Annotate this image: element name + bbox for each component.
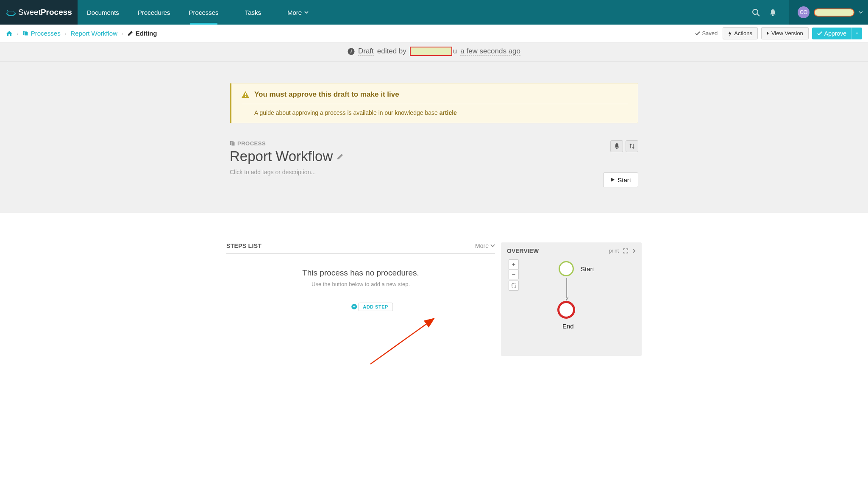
user-menu[interactable]: CO (789, 0, 868, 25)
zoom-out-button[interactable]: − (509, 269, 519, 279)
breadcrumbs: › Processes › Report Workflow › Editing (6, 30, 157, 37)
nav-tasks[interactable]: Tasks (228, 0, 278, 25)
home-icon (6, 31, 13, 36)
process-description-placeholder[interactable]: Click to add tags or description... (230, 169, 344, 175)
diagram-edge (566, 278, 571, 302)
chevron-down-icon (490, 244, 495, 247)
check-icon (695, 31, 700, 36)
svg-rect-12 (231, 142, 235, 146)
bell-icon[interactable] (768, 8, 777, 17)
diagram-end-node[interactable] (557, 301, 575, 319)
approve-button-group: Approve (812, 28, 862, 39)
overview-expand-icon[interactable] (623, 248, 628, 253)
zoom-fit-button[interactable] (509, 281, 519, 291)
breadcrumb-current: Editing (128, 30, 157, 37)
reorder-button[interactable] (626, 140, 638, 152)
saved-label: Saved (695, 30, 718, 36)
lower-section: STEPS LIST More This process has no proc… (0, 213, 868, 381)
sort-icon (629, 143, 635, 149)
svg-rect-6 (25, 32, 28, 36)
annotation-arrow-icon (370, 317, 438, 368)
toolbar-actions: Saved Actions View Version Approve (695, 27, 862, 39)
steps-empty-state: This process has no procedures. Use the … (226, 254, 495, 304)
pencil-icon (128, 31, 133, 36)
bell-icon (614, 143, 620, 149)
add-step-button[interactable]: + ADD STEP (358, 303, 393, 311)
avatar: CO (798, 6, 810, 18)
page-body: You must approve this draft to make it l… (0, 62, 868, 381)
overview-panel: OVERVIEW print + − (501, 242, 642, 356)
svg-point-1 (7, 11, 15, 15)
process-header: PROCESS Report Workflow Click to add tag… (230, 140, 638, 187)
breadcrumb-workflow[interactable]: Report Workflow (70, 30, 117, 37)
logo-text: SweetProcess (18, 8, 72, 17)
draft-info-bar: i Draft edited by u a few seconds ago (0, 42, 868, 62)
breadcrumb-bar: › Processes › Report Workflow › Editing … (0, 25, 868, 42)
nav-more[interactable]: More (278, 0, 318, 25)
breadcrumb-home[interactable] (6, 31, 13, 36)
edit-timestamp: a few seconds ago (460, 47, 520, 56)
steps-column: STEPS LIST More This process has no proc… (226, 242, 495, 307)
overview-print[interactable]: print (609, 248, 619, 254)
editor-trailing: u (453, 47, 457, 56)
actions-button[interactable]: Actions (723, 27, 758, 39)
alert-title: You must approve this draft to make it l… (242, 90, 628, 104)
user-name-redacted (814, 8, 854, 17)
check-icon (817, 31, 822, 36)
diagram-end-label: End (562, 323, 574, 330)
overview-heading: OVERVIEW (507, 248, 539, 254)
svg-point-4 (772, 14, 773, 16)
start-button[interactable]: Start (603, 172, 638, 187)
caret-right-icon (767, 31, 769, 35)
alert-article-link[interactable]: article (440, 109, 457, 116)
overview-diagram: + − Start End (507, 258, 636, 351)
edit-title-icon[interactable] (337, 153, 344, 160)
view-version-button[interactable]: View Version (761, 27, 809, 39)
svg-rect-9 (245, 93, 246, 95)
alert-body: A guide about approving a process is ava… (242, 104, 628, 116)
breadcrumb-sep: › (17, 31, 19, 36)
svg-rect-15 (512, 284, 516, 287)
nav-documents[interactable]: Documents (78, 0, 128, 25)
top-nav: SweetProcess Documents Procedures Proces… (0, 0, 868, 25)
nav-processes[interactable]: Processes (180, 0, 228, 25)
breadcrumb-processes[interactable]: Processes (23, 30, 61, 37)
nav-right: CO (751, 0, 868, 25)
editor-name-redacted (410, 47, 452, 56)
stack-icon (230, 141, 235, 146)
empty-subtitle: Use the button below to add a new step. (226, 281, 495, 287)
svg-line-3 (757, 14, 760, 16)
nav-items: Documents Procedures Processes Tasks Mor… (78, 0, 751, 25)
draft-label: Draft (358, 47, 374, 56)
search-icon[interactable] (751, 8, 760, 17)
process-title: Report Workflow (230, 148, 344, 164)
bolt-icon (728, 31, 732, 36)
approve-dropdown[interactable] (851, 28, 862, 39)
caret-down-icon (855, 32, 859, 34)
info-icon: i (348, 48, 355, 55)
plus-icon: + (351, 304, 357, 309)
diagram-start-node[interactable] (559, 261, 574, 276)
stack-icon (23, 31, 28, 36)
steps-heading: STEPS LIST (226, 242, 262, 249)
breadcrumb-sep: › (122, 31, 123, 36)
notifications-button[interactable] (610, 140, 623, 152)
process-type-label: PROCESS (230, 140, 344, 147)
logo[interactable]: SweetProcess (0, 0, 78, 25)
steps-more[interactable]: More (475, 242, 495, 249)
warning-icon (242, 91, 249, 98)
nav-procedures[interactable]: Procedures (128, 0, 180, 25)
svg-point-2 (753, 9, 758, 14)
play-icon (610, 177, 615, 182)
approve-button[interactable]: Approve (812, 28, 851, 39)
diagram-start-label: Start (581, 265, 594, 273)
chevron-down-icon (859, 11, 863, 14)
approval-alert: You must approve this draft to make it l… (230, 83, 638, 123)
breadcrumb-sep: › (65, 31, 67, 36)
svg-rect-10 (245, 96, 246, 97)
svg-line-14 (370, 319, 433, 364)
zoom-in-button[interactable]: + (509, 259, 519, 270)
logo-icon (6, 9, 16, 16)
svg-point-13 (616, 148, 618, 149)
overview-collapse-icon[interactable] (632, 248, 636, 253)
